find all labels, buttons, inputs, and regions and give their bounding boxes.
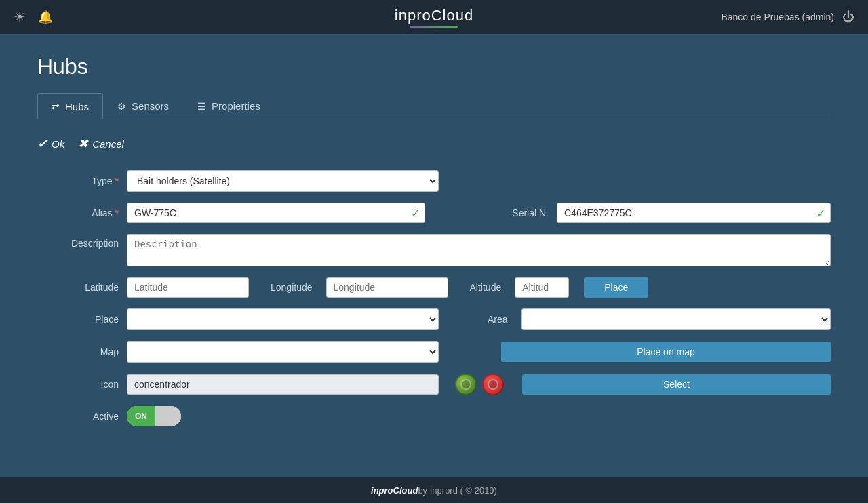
tab-hubs-label: Hubs xyxy=(65,101,89,113)
ok-label: Ok xyxy=(52,138,64,150)
list-icon: ☰ xyxy=(197,101,206,112)
latitude-input[interactable] xyxy=(127,277,249,298)
toggle-on-label: ON xyxy=(127,406,155,426)
serial-wrapper: ✓ xyxy=(557,203,831,223)
map-select[interactable] xyxy=(127,341,439,363)
serial-label: Serial N. xyxy=(488,207,549,218)
alias-input[interactable] xyxy=(127,203,425,223)
tab-properties[interactable]: ☰ Propierties xyxy=(183,93,275,119)
altitude-input[interactable] xyxy=(515,277,569,298)
actions-bar: ✔ Ok ✖ Cancel xyxy=(37,136,831,151)
type-select[interactable]: Bait holders (Satellite) Gateway Node xyxy=(127,170,439,192)
icon-row: Icon Select xyxy=(37,374,831,395)
app-title-underline xyxy=(410,26,458,28)
icon-preview-red xyxy=(482,374,504,395)
alias-label: Alias xyxy=(37,207,119,218)
description-row: Description xyxy=(37,234,831,266)
page-title: Hubs xyxy=(37,54,831,79)
serial-check-icon: ✓ xyxy=(816,207,825,220)
serial-input[interactable] xyxy=(557,203,831,223)
active-label: Active xyxy=(37,411,119,422)
icon-inner-green xyxy=(460,379,471,390)
longitude-label: Longitude xyxy=(271,282,313,293)
toggle-off-area xyxy=(155,406,181,426)
longitude-input[interactable] xyxy=(326,277,448,298)
x-icon: ✖ xyxy=(78,136,88,151)
altitude-label: Altitude xyxy=(470,282,502,293)
tab-sensors-label: Sensors xyxy=(132,100,169,112)
area-label: Area xyxy=(488,314,508,325)
power-icon[interactable]: ⏻ xyxy=(842,10,854,24)
coordinates-row: Latitude Longitude Altitude Place xyxy=(37,277,831,298)
latitude-label: Latitude xyxy=(37,282,119,293)
app-title: inproCloud xyxy=(395,7,473,24)
type-row: Type Bait holders (Satellite) Gateway No… xyxy=(37,170,831,192)
icon-inner-red xyxy=(488,379,498,390)
icon-input[interactable] xyxy=(127,374,439,395)
description-label: Description xyxy=(37,234,119,249)
user-info: Banco de Pruebas (admin) xyxy=(721,12,834,22)
check-icon: ✔ xyxy=(37,136,47,151)
header-left: ☀ 🔔 xyxy=(14,9,53,25)
place-on-map-button[interactable]: Place on map xyxy=(501,342,831,362)
alias-check-icon: ✓ xyxy=(411,207,420,220)
alias-wrapper: ✓ xyxy=(127,203,425,223)
footer: inproCloud by Inprord ( © 2019) xyxy=(0,477,868,503)
cancel-button[interactable]: ✖ Cancel xyxy=(78,136,124,151)
description-input[interactable] xyxy=(127,234,831,266)
place-select[interactable] xyxy=(127,308,439,330)
icon-label: Icon xyxy=(37,379,119,390)
footer-brand: inproCloud xyxy=(371,485,418,496)
alias-row: Alias ✓ Serial N. ✓ xyxy=(37,203,831,223)
cancel-label: Cancel xyxy=(92,138,124,150)
type-label: Type xyxy=(37,176,119,186)
map-row: Map Place on map xyxy=(37,341,831,363)
place-button[interactable]: Place xyxy=(584,277,648,298)
hub-icon: ⇄ xyxy=(52,101,60,112)
tab-hubs[interactable]: ⇄ Hubs xyxy=(37,93,103,119)
place-area-row: Place Area xyxy=(37,308,831,330)
form: Type Bait holders (Satellite) Gateway No… xyxy=(37,170,831,426)
tab-properties-label: Propierties xyxy=(212,100,260,112)
tab-sensors[interactable]: ⚙ Sensors xyxy=(103,93,183,119)
map-label: Map xyxy=(37,346,119,357)
place-field-label: Place xyxy=(37,314,119,325)
ok-button[interactable]: ✔ Ok xyxy=(37,136,64,151)
footer-text: by Inprord ( © 2019) xyxy=(418,485,497,496)
icon-previews xyxy=(455,374,504,395)
active-toggle[interactable]: ON xyxy=(127,406,181,426)
header-right: Banco de Pruebas (admin) ⏻ xyxy=(721,10,854,24)
select-button[interactable]: Select xyxy=(522,374,831,395)
main-content: Hubs ⇄ Hubs ⚙ Sensors ☰ Propierties ✔ Ok… xyxy=(0,34,868,477)
icon-preview-green xyxy=(455,374,477,395)
sun-icon[interactable]: ☀ xyxy=(14,9,26,25)
area-select[interactable] xyxy=(521,308,831,330)
bell-icon[interactable]: 🔔 xyxy=(38,9,53,24)
top-header: ☀ 🔔 inproCloud Banco de Pruebas (admin) … xyxy=(0,0,868,34)
sensor-icon: ⚙ xyxy=(117,101,126,112)
active-row: Active ON xyxy=(37,406,831,426)
tabs-container: ⇄ Hubs ⚙ Sensors ☰ Propierties xyxy=(37,93,831,119)
header-center: inproCloud xyxy=(395,7,473,28)
